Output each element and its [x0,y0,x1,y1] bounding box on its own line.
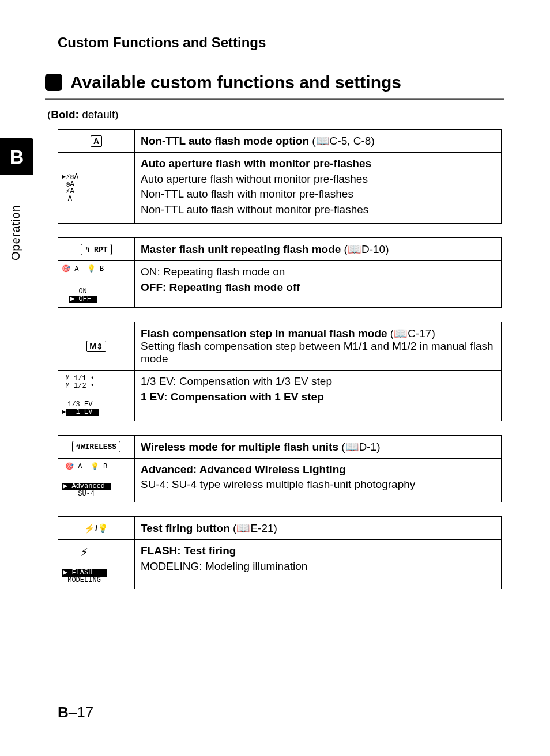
option-text: Non-TTL auto flash without monitor pre-f… [141,203,368,216]
option-text: 1 EV: Compensation with 1 EV step [141,391,324,403]
setting-header-title: Non-TTL auto flash mode option (📖C-5, C-… [134,130,501,152]
option-text: 1/3 EV: Compensation with 1/3 EV step [141,375,332,387]
option-line: ON: Repeating flash mode on [141,264,495,280]
setting-block: ↰ RPT Master flash unit repeating flash … [58,237,502,308]
setting-block: ⚡/💡 Test firing button (📖E-21) ⚡ ▶ FLASH… [58,516,502,589]
option-line: 1/3 EV: Compensation with 1/3 EV step [141,374,495,390]
setting-body-row: ▶⚡◎A ◎A ⚡A A Auto aperture flash with mo… [58,153,501,223]
setting-header-title: Wireless mode for multiple flash units (… [134,436,501,458]
setting-body-text: FLASH: Test firing MODELING: Modeling il… [134,540,501,588]
page-title-row: Available custom functions and settings [45,73,504,92]
setting-body-row: M 1/1 • M 1/2 • 1/3 EV ▶ 1 EV 1/3 EV: Co… [58,371,501,420]
setting-header-icon: ↯WIRELESS [58,436,134,458]
setting-title-ref: (📖C-5, C-8) [309,135,375,147]
option-text: Non-TTL auto flash with monitor pre-flas… [141,188,353,200]
page-number-section: B [58,704,69,721]
setting-title-bold: Master flash unit repeating flash mode [141,243,341,255]
setting-body-icon: 🎯 A 💡 B ON ▶ OFF [58,261,134,307]
lcd-selection-icon: 1/3 EV ▶ 1 EV [62,401,99,415]
setting-title-ref: (📖C-17) [387,327,435,339]
option-text: MODELING: Modeling illumination [141,560,307,572]
lcd-selection-icon: ON ▶ OFF [69,288,97,303]
setting-body-icon: ⚡ ▶ FLASH MODELING [58,540,134,588]
lcd-selection-icon: ▶ FLASH MODELING [62,569,107,584]
mode-badge-icon: M⇕ [86,341,106,352]
lcd-glyphs-icon: ▶⚡◎A ◎A ⚡A A [62,173,78,202]
mode-badge-icon: ↯WIRELESS [72,441,120,452]
option-text: ON: Repeating flash mode on [141,266,285,278]
setting-body-text: 1/3 EV: Compensation with 1/3 EV step 1 … [134,371,501,420]
setting-header-icon: ↰ RPT [58,238,134,260]
setting-title-bold: Wireless mode for multiple flash units [141,441,338,453]
setting-header-row: M⇕ Flash compensation step in manual fla… [58,322,501,371]
option-text: Auto aperture flash without monitor pre-… [141,173,368,185]
lcd-groups-icon: 🎯 A 💡 B [65,463,107,471]
sidebar-section-label: Operation [9,181,22,285]
option-text: Auto aperture flash with monitor pre-fla… [141,157,371,169]
setting-body-row: ⚡ ▶ FLASH MODELING FLASH: Test firing MO… [58,540,501,588]
sidebar-letter: B [0,138,33,175]
setting-body-icon: M 1/1 • M 1/2 • 1/3 EV ▶ 1 EV [58,371,134,420]
page-title: Available custom functions and settings [70,73,401,92]
setting-header-title: Test firing button (📖E-21) [134,517,501,539]
option-line: 1 EV: Compensation with 1 EV step [141,390,495,405]
setting-body-icon: 🎯 A 💡 B ▶ Advanced SU-4 [58,459,134,502]
setting-title-bold: Test firing button [141,522,230,534]
option-line: FLASH: Test firing [141,543,495,559]
lcd-levels-icon: M 1/1 • M 1/2 • [66,375,95,390]
setting-title-bold: Flash compensation step in manual flash … [141,327,387,339]
setting-block: M⇕ Flash compensation step in manual fla… [58,322,502,421]
setting-header-icon: ⚡/💡 [58,517,134,539]
setting-title-ref: (📖D-1) [338,441,381,453]
option-text: SU-4: SU-4 type wireless multiple flash-… [141,478,415,490]
setting-body-text: Auto aperture flash with monitor pre-fla… [134,153,501,223]
setting-header-row: A Non-TTL auto flash mode option (📖C-5, … [58,130,501,153]
setting-body-row: 🎯 A 💡 B ▶ Advanced SU-4 Advanced: Advanc… [58,459,501,502]
setting-block: ↯WIRELESS Wireless mode for multiple fla… [58,435,502,503]
page-number-value: –17 [69,704,93,721]
default-note: (Bold: default) [47,108,504,121]
mode-badge-icon: ⚡/💡 [84,523,108,534]
option-text: OFF: Repeating flash mode off [141,281,300,293]
option-line: SU-4: SU-4 type wireless multiple flash-… [141,477,495,493]
option-line: Auto aperture flash without monitor pre-… [141,172,495,187]
option-text: FLASH: Test firing [141,545,236,557]
option-line: MODELING: Modeling illumination [141,559,495,574]
setting-title-ref: (📖D-10) [341,243,389,255]
side-tab: B Operation [0,138,33,311]
page-number: B–17 [58,704,93,721]
default-note-rest: default) [79,108,119,120]
setting-block: A Non-TTL auto flash mode option (📖C-5, … [58,129,502,224]
option-line: OFF: Repeating flash mode off [141,280,495,296]
flash-bolt-icon: ⚡ [80,545,88,559]
title-divider [45,98,504,100]
settings-list: A Non-TTL auto flash mode option (📖C-5, … [58,129,504,589]
option-line: Advanced: Advanced Wireless Lighting [141,462,495,478]
page: B Operation Custom Functions and Setting… [0,0,550,756]
mode-badge-icon: A [91,135,102,147]
setting-body-row: 🎯 A 💡 B ON ▶ OFF ON: Repeating flash mod… [58,261,501,307]
default-note-bold: Bold: [51,108,79,120]
setting-body-text: ON: Repeating flash mode on OFF: Repeati… [134,261,501,307]
option-line: Auto aperture flash with monitor pre-fla… [141,156,495,172]
setting-title-sub: Setting flash compensation step between … [141,340,495,365]
option-line: Non-TTL auto flash without monitor pre-f… [141,202,495,218]
setting-header-icon: A [58,130,134,152]
setting-body-text: Advanced: Advanced Wireless Lighting SU-… [134,459,501,502]
lcd-groups-icon: 🎯 A 💡 B [62,266,104,273]
option-line: Non-TTL auto flash with monitor pre-flas… [141,187,495,202]
setting-header-row: ⚡/💡 Test firing button (📖E-21) [58,517,501,540]
setting-header-icon: M⇕ [58,322,134,370]
setting-title-bold: Non-TTL auto flash mode option [141,135,309,147]
setting-header-title: Flash compensation step in manual flash … [134,322,501,370]
setting-header-title: Master flash unit repeating flash mode (… [134,238,501,260]
option-text: Advanced: Advanced Wireless Lighting [141,463,346,475]
breadcrumb: Custom Functions and Settings [58,35,504,51]
setting-body-icon: ▶⚡◎A ◎A ⚡A A [58,153,134,223]
setting-header-row: ↰ RPT Master flash unit repeating flash … [58,238,501,261]
setting-header-row: ↯WIRELESS Wireless mode for multiple fla… [58,436,501,459]
mode-badge-icon: ↰ RPT [81,244,111,255]
lcd-selection-icon: ▶ Advanced SU-4 [62,483,111,497]
setting-title-ref: (📖E-21) [230,522,277,534]
title-bullet-icon [45,74,62,91]
